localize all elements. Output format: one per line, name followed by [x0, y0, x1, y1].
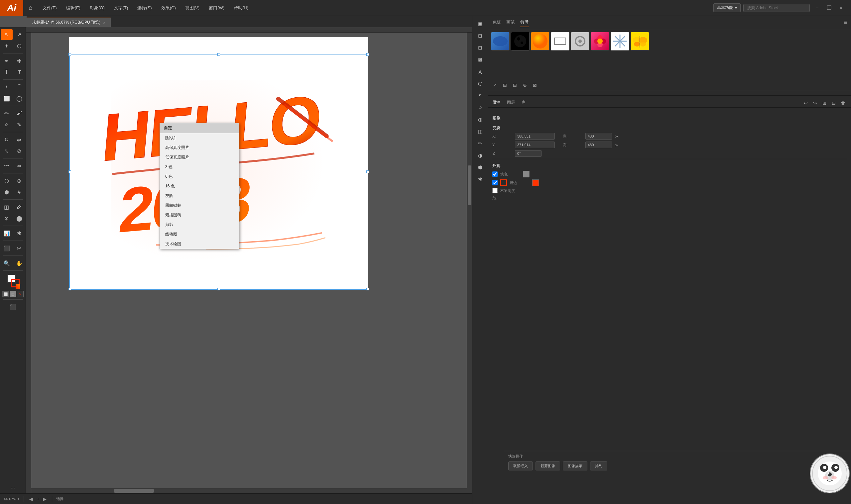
- right-tool-14[interactable]: ✱: [474, 174, 486, 185]
- artboard-tool[interactable]: ⬛: [1, 243, 13, 253]
- swatch-flower[interactable]: [591, 32, 609, 51]
- swatch-butterfly[interactable]: [631, 32, 649, 51]
- column-graph-tool[interactable]: 📊: [1, 228, 13, 238]
- tab-brushes[interactable]: 画笔: [506, 18, 515, 27]
- symbol-break-btn[interactable]: ⊟: [511, 81, 519, 89]
- shear-tool[interactable]: ⊘: [13, 145, 25, 156]
- more-tools-btn[interactable]: ···: [7, 483, 19, 493]
- trace-item-16color[interactable]: 16 色: [160, 181, 239, 191]
- right-tool-5[interactable]: A: [474, 67, 486, 77]
- restore-button[interactable]: ❐: [825, 3, 834, 13]
- width-tool[interactable]: ⇔: [13, 160, 25, 171]
- menu-edit[interactable]: 编辑(E): [61, 0, 85, 16]
- subtab-properties[interactable]: 属性: [492, 98, 500, 107]
- pencil-tool[interactable]: ✎: [13, 119, 25, 130]
- menu-effect[interactable]: 效果(C): [157, 0, 180, 16]
- line-tool[interactable]: \: [1, 82, 13, 92]
- align-icon-2[interactable]: ↪: [811, 99, 819, 107]
- opacity-checkbox[interactable]: [492, 188, 498, 193]
- right-tool-3[interactable]: ⊟: [474, 42, 486, 53]
- crop-image-button[interactable]: 裁剪图像: [535, 462, 560, 470]
- subtab-libraries[interactable]: 库: [521, 98, 526, 107]
- slice-tool[interactable]: ✂: [13, 243, 25, 253]
- gradient-mode-btn[interactable]: ◫: [10, 291, 16, 298]
- height-input[interactable]: [585, 142, 612, 148]
- scale-tool[interactable]: ⤡: [1, 145, 13, 156]
- tab-swatches[interactable]: 色板: [492, 18, 501, 27]
- horizontal-scroll-thumb[interactable]: [114, 489, 154, 493]
- stroke-checkbox[interactable]: [492, 180, 498, 185]
- y-input[interactable]: [515, 142, 555, 148]
- menu-window[interactable]: 窗口(W): [204, 0, 229, 16]
- eyedropper-tool[interactable]: 🖊: [13, 202, 25, 212]
- symbol-delete-btn[interactable]: ⊠: [531, 81, 539, 89]
- trace-item-3color[interactable]: 3 色: [160, 162, 239, 172]
- magic-wand-tool[interactable]: ✦: [1, 40, 13, 51]
- align-icon-4[interactable]: ⊟: [830, 99, 838, 107]
- workspace-selector[interactable]: 基本功能 ▾: [713, 3, 741, 12]
- trace-item-grayscale[interactable]: 灰阶: [160, 191, 239, 201]
- right-tool-11[interactable]: ✏: [474, 138, 486, 149]
- panel-menu-button[interactable]: ≡: [843, 19, 847, 26]
- direct-select-tool[interactable]: ↗: [13, 29, 25, 40]
- tab-close-button[interactable]: ×: [103, 21, 105, 24]
- menu-file[interactable]: 文件(F): [38, 0, 61, 16]
- horizontal-scrollbar[interactable]: [26, 488, 467, 493]
- warp-tool[interactable]: 〜: [1, 160, 13, 171]
- hand-tool[interactable]: ✋: [13, 258, 25, 268]
- close-button[interactable]: ×: [836, 3, 846, 13]
- trace-item-bw-logo[interactable]: 黑白徽标: [160, 201, 239, 210]
- align-icon-3[interactable]: ⊞: [820, 99, 828, 107]
- menu-select[interactable]: 选择(S): [132, 0, 156, 16]
- right-tool-6[interactable]: ⬡: [474, 78, 486, 89]
- arc-tool[interactable]: ⌒: [13, 82, 25, 92]
- trace-item-silhouette[interactable]: 剪影: [160, 220, 239, 230]
- right-tool-4[interactable]: ⊠: [474, 54, 486, 65]
- fill-checkbox[interactable]: [492, 172, 498, 177]
- reflect-tool[interactable]: ⇌: [13, 134, 25, 145]
- prev-artboard-btn[interactable]: ◀: [28, 496, 34, 502]
- home-button[interactable]: ⌂: [23, 0, 38, 16]
- next-artboard-btn[interactable]: ▶: [41, 496, 48, 502]
- right-tool-9[interactable]: ◍: [474, 114, 486, 125]
- minimize-button[interactable]: −: [812, 3, 822, 13]
- symbol-new-btn[interactable]: ⊕: [521, 81, 529, 89]
- right-tool-8[interactable]: ☆: [474, 102, 486, 113]
- lasso-tool[interactable]: ⬡: [13, 40, 25, 51]
- free-transform-tool[interactable]: ⬡: [1, 176, 13, 186]
- menu-object[interactable]: 对象(O): [85, 0, 109, 16]
- subtab-layers[interactable]: 图层: [507, 98, 515, 107]
- stroke-color-picker[interactable]: [532, 179, 539, 186]
- live-paint-tool[interactable]: ⬤: [13, 213, 25, 223]
- blend-tool[interactable]: ⊛: [1, 213, 13, 223]
- ellipse-tool[interactable]: ◯: [13, 93, 25, 104]
- trace-item-sketch[interactable]: 素描图稿: [160, 210, 239, 220]
- symbol-sprayer-tool[interactable]: ✱: [13, 228, 25, 238]
- image-trace-button[interactable]: 图像描摹: [563, 462, 587, 470]
- right-tool-10[interactable]: ◫: [474, 126, 486, 137]
- fill-color-picker[interactable]: [523, 171, 530, 177]
- menu-type[interactable]: 文字(T): [109, 0, 133, 16]
- none-mode-btn[interactable]: ✕: [17, 291, 23, 298]
- swatch-gear[interactable]: [571, 32, 589, 51]
- trace-item-lofi-photo[interactable]: 低保真度照片: [160, 152, 239, 162]
- menu-help[interactable]: 帮助(H): [229, 0, 253, 16]
- swatch-orange-sphere[interactable]: [531, 32, 549, 51]
- align-icon-1[interactable]: ↩: [802, 99, 810, 107]
- right-tool-2[interactable]: ⊞: [474, 31, 486, 41]
- unembed-button[interactable]: 取消嵌入: [508, 462, 533, 470]
- color-mode-btn[interactable]: ⬜: [2, 291, 9, 298]
- trace-item-6color[interactable]: 6 色: [160, 172, 239, 181]
- right-tool-13[interactable]: ⬢: [474, 162, 486, 173]
- document-tab[interactable]: 未标题-1* @ 66.67% (RGB/GPU 预览) ×: [26, 18, 111, 27]
- zoom-tool[interactable]: 🔍: [1, 258, 13, 268]
- angle-input[interactable]: [515, 150, 542, 157]
- swatch-blue[interactable]: [491, 32, 510, 51]
- right-tool-12[interactable]: ◑: [474, 150, 486, 161]
- add-anchor-tool[interactable]: ✚: [13, 55, 25, 66]
- select-tool[interactable]: ↖: [1, 29, 13, 40]
- swatch-white-shape[interactable]: [551, 32, 569, 51]
- width-input[interactable]: [585, 133, 612, 140]
- rect-tool[interactable]: ⬜: [1, 93, 13, 104]
- rotate-tool[interactable]: ↻: [1, 134, 13, 145]
